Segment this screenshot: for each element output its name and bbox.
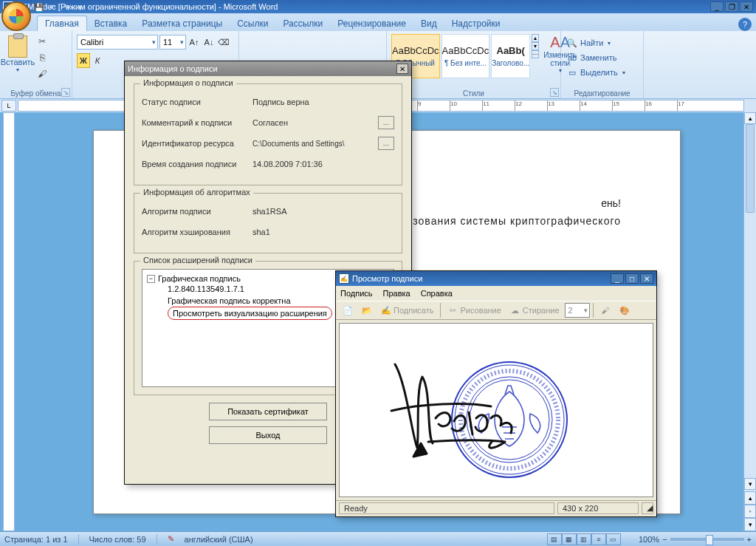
view-print-layout[interactable]: ▤ bbox=[547, 533, 562, 545]
office-button[interactable] bbox=[1, 1, 31, 31]
info-more-button[interactable]: … bbox=[378, 116, 394, 129]
scroll-thumb[interactable] bbox=[746, 124, 755, 213]
zoom-in[interactable]: + bbox=[747, 535, 752, 544]
close-button[interactable]: ✕ bbox=[740, 1, 753, 12]
status-language[interactable]: английский (США) bbox=[185, 535, 253, 544]
font-size-combo[interactable]: 11 bbox=[159, 35, 186, 50]
restore-button[interactable]: ❐ bbox=[725, 1, 738, 12]
dlg2-resize-grip[interactable]: ◢ bbox=[642, 502, 653, 514]
tab-home[interactable]: Главная bbox=[37, 16, 87, 31]
algo-row: Алгоритм подписиsha1RSA bbox=[142, 201, 394, 222]
browse-object-button[interactable]: ◦ bbox=[744, 505, 756, 518]
zoom-slider[interactable] bbox=[670, 538, 744, 541]
italic-button[interactable]: К bbox=[91, 53, 104, 68]
menu-edit[interactable]: Правка bbox=[383, 289, 410, 298]
status-words[interactable]: Число слов: 59 bbox=[89, 535, 146, 544]
tree-root-label: Графическая подпись bbox=[158, 274, 241, 283]
scroll-down[interactable]: ▾ bbox=[744, 478, 756, 490]
prev-page-button[interactable]: ▴ bbox=[744, 491, 756, 505]
clear-format-icon[interactable]: ⌫ bbox=[217, 35, 230, 50]
menu-signature[interactable]: Подпись bbox=[340, 289, 373, 298]
view-full-screen[interactable]: ▦ bbox=[562, 533, 577, 545]
view-outline[interactable]: ≡ bbox=[591, 533, 606, 545]
tab-review[interactable]: Рецензирование bbox=[330, 16, 413, 31]
algo-value: sha1 bbox=[252, 228, 394, 236]
styles-scroll: ▴ ▾ ⋯ bbox=[532, 34, 539, 58]
scroll-up[interactable]: ▴ bbox=[744, 112, 756, 124]
tree-child-highlighted[interactable]: Просмотреть визуализацию расширения bbox=[168, 307, 332, 320]
view-web[interactable]: ▥ bbox=[577, 533, 591, 545]
dlg2-minimize[interactable]: _ bbox=[611, 273, 624, 284]
zoom-value[interactable]: 100% bbox=[639, 535, 659, 544]
minimize-button[interactable]: _ bbox=[710, 1, 724, 12]
ribbon-tabs: Главная Вставка Разметка страницы Ссылки… bbox=[0, 13, 756, 31]
styles-expand[interactable]: ⋯ bbox=[532, 50, 539, 58]
info-row: Время создания подписи14.08.2009 7:01:36 bbox=[142, 154, 394, 174]
style-no-spacing[interactable]: AaBbCcDc ¶ Без инте... bbox=[441, 34, 490, 78]
copy-icon[interactable]: ⎘ bbox=[35, 52, 49, 64]
help-button[interactable]: ? bbox=[738, 18, 752, 31]
dlg1-titlebar[interactable]: Информация о подписи ✕ bbox=[125, 61, 411, 76]
find-button[interactable]: 🔍Найти▾ bbox=[566, 35, 639, 50]
format-painter-icon[interactable]: 🖌 bbox=[35, 68, 49, 80]
tb-color-icon[interactable]: 🎨 bbox=[616, 302, 633, 318]
tab-addins[interactable]: Надстройки bbox=[444, 16, 508, 31]
grow-font-icon[interactable]: A↑ bbox=[188, 35, 201, 50]
dlg2-titlebar[interactable]: ✍ Просмотр подписи _ □ ✕ bbox=[336, 271, 656, 286]
tree-expand-icon[interactable]: − bbox=[147, 275, 155, 283]
tb-thickness-combo[interactable]: 2 bbox=[565, 303, 590, 318]
qat-save-icon[interactable]: 💾 bbox=[34, 3, 44, 13]
tb-brush-icon[interactable]: 🖌 bbox=[597, 302, 614, 318]
clipboard-launcher[interactable]: ↘ bbox=[61, 88, 70, 97]
dlg2-maximize[interactable]: □ bbox=[625, 273, 639, 284]
dlg2-close[interactable]: ✕ bbox=[640, 273, 653, 284]
qat-undo-icon[interactable]: ↶ bbox=[49, 3, 59, 13]
tab-mailings[interactable]: Рассылки bbox=[275, 16, 330, 31]
vertical-scrollbar[interactable]: ▴ ▾ ▴ ◦ ▾ bbox=[743, 112, 756, 531]
shrink-font-icon[interactable]: A↓ bbox=[202, 35, 216, 50]
next-page-button[interactable]: ▾ bbox=[744, 518, 756, 531]
status-proofing-icon[interactable]: ✎ bbox=[168, 534, 174, 544]
tab-references[interactable]: Ссылки bbox=[230, 16, 275, 31]
view-draft[interactable]: ▭ bbox=[606, 533, 621, 545]
zoom-out[interactable]: − bbox=[662, 535, 667, 544]
styles-launcher[interactable]: ↘ bbox=[550, 88, 559, 97]
tb-sign-button[interactable]: ✍Подписать bbox=[377, 302, 437, 318]
tab-layout[interactable]: Разметка страницы bbox=[134, 16, 230, 31]
info-row: Комментарий к подписиСогласен… bbox=[142, 112, 394, 133]
tab-insert[interactable]: Вставка bbox=[87, 16, 135, 31]
status-page[interactable]: Страница: 1 из 1 bbox=[4, 535, 68, 544]
styles-scroll-down[interactable]: ▾ bbox=[532, 42, 539, 50]
ruler-mark: 11 bbox=[482, 100, 489, 111]
qat-redo-icon[interactable]: ↷ bbox=[63, 3, 74, 13]
ruler-mark: 16 bbox=[645, 100, 652, 111]
tab-selector[interactable]: L bbox=[1, 100, 16, 112]
dlg1-g2-title: Информация об алгоритмах bbox=[140, 188, 253, 197]
bold-button[interactable]: Ж bbox=[77, 53, 90, 68]
select-button[interactable]: ▭Выделить▾ bbox=[566, 65, 639, 80]
styles-scroll-up[interactable]: ▴ bbox=[532, 34, 539, 42]
paste-button[interactable]: Вставить ▾ bbox=[4, 34, 31, 80]
show-cert-button[interactable]: Показать сертификат bbox=[209, 403, 327, 420]
cut-icon[interactable]: ✂ bbox=[35, 35, 49, 47]
tb-open-icon[interactable]: 📂 bbox=[358, 302, 376, 318]
tb-erase-button[interactable]: ☁Стирание bbox=[506, 302, 563, 318]
exit-button[interactable]: Выход bbox=[209, 426, 327, 444]
style-heading[interactable]: AaBb( Заголово... bbox=[491, 34, 530, 78]
tab-view[interactable]: Вид bbox=[413, 16, 444, 31]
info-more-button[interactable]: … bbox=[378, 137, 394, 150]
statusbar: Страница: 1 из 1 Число слов: 59 ✎ англий… bbox=[0, 531, 756, 546]
tb-new-icon[interactable]: 📄 bbox=[339, 302, 357, 318]
find-icon: 🔍 bbox=[567, 38, 577, 48]
dlg2-title: Просмотр подписи bbox=[352, 274, 422, 283]
qat-customize-icon[interactable]: ▾ bbox=[78, 3, 89, 13]
vertical-ruler[interactable] bbox=[3, 112, 15, 531]
tb-draw-button[interactable]: ✏Рисование bbox=[444, 302, 504, 318]
dlg1-close-button[interactable]: ✕ bbox=[396, 64, 408, 74]
app-titlebar: W DEMO.doc [Режим ограниченной функциона… bbox=[0, 0, 756, 13]
signature-canvas[interactable] bbox=[339, 323, 653, 497]
menu-help[interactable]: Справка bbox=[421, 289, 453, 298]
info-value: Согласен bbox=[252, 118, 374, 127]
replace-button[interactable]: abЗаменить bbox=[566, 50, 639, 65]
font-name-combo[interactable]: Calibri bbox=[77, 35, 158, 50]
